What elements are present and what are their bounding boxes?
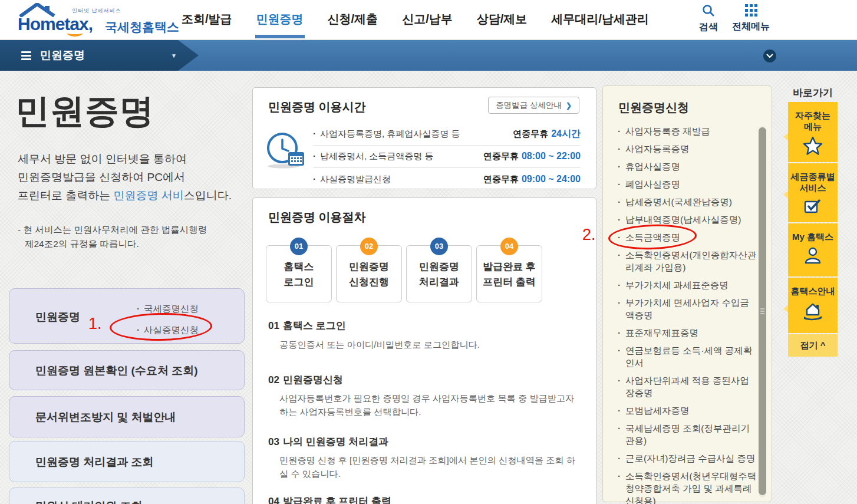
usage-time-title: 민원증명 이용시간 xyxy=(268,99,366,115)
step-card-apply: 02 민원증명신청진행 xyxy=(336,245,402,302)
legal-note: - 현 서비스는 민원사무처리에 관한 법률시행령 제24조2의 규정을 따릅니… xyxy=(18,223,207,251)
quickbar-item-hometax-guide[interactable]: 홈택스안내 xyxy=(788,278,838,333)
step-detail-body-3: 민원증명 신청 후 [민원증명 처리결과 조회]에서 본인의 신청내역을 조회 … xyxy=(279,453,581,480)
menu-group-title: 민원증명 xyxy=(35,309,80,325)
cert-list-scrollbar-track[interactable] xyxy=(759,126,766,498)
grid-menu-icon xyxy=(745,4,757,19)
cert-item-national-tax-cert-gov[interactable]: 국세납세증명 조회(정부관리기관용) xyxy=(617,422,757,447)
orange-swoosh-icon xyxy=(67,29,83,37)
step-number-badge: 01 xyxy=(290,238,308,255)
quickbar-title: 바로가기 xyxy=(788,86,838,100)
cert-list-scrollbar-thumb[interactable] xyxy=(759,127,766,495)
time-value: 24시간 xyxy=(551,129,581,139)
cert-application-panel: 민원증명신청 사업자등록증 재발급 사업자등록증명 휴업사실증명 폐업사실증명 … xyxy=(602,85,772,502)
cert-panel-title: 민원증명신청 xyxy=(618,100,689,116)
section-title: 민원증명 xyxy=(40,48,85,63)
procedure-panel: 민원증명 이용절차 01 홈택스로그인 02 민원증명신청진행 03 민원증명처… xyxy=(252,197,596,504)
step-number-badge: 04 xyxy=(500,238,518,255)
step-detail-heading-2: 02민원증명신청 xyxy=(268,373,343,387)
usage-time-row: 사업자등록증명, 휴폐업사실증명 등 연중무휴24시간 xyxy=(313,123,581,146)
step-number-badge: 02 xyxy=(360,238,378,255)
cert-item-standard-financial-statement[interactable]: 표준재무제표증명 xyxy=(617,327,757,339)
quickbar-item-my-hometax[interactable]: My 홈택스 xyxy=(788,223,838,276)
cert-item-earned-income-subsidy[interactable]: 근로(자녀)장려금 수급사실 증명 xyxy=(617,452,757,465)
procedure-steps: 01 홈택스로그인 02 민원증명신청진행 03 민원증명처리결과 04 발급완… xyxy=(266,245,542,302)
description-line-3: 프린터로 출력하는 민원증명 서비스입니다. xyxy=(18,186,232,205)
cert-item-business-reg-reissue[interactable]: 사업자등록증 재발급 xyxy=(617,125,757,137)
menu-box-processing-results[interactable]: 민원증명 처리결과 조회 xyxy=(9,441,245,482)
cert-item-payment-history[interactable]: 납부내역증명(납세사실증명) xyxy=(617,213,757,226)
global-nav: 조회/발급 민원증명 신청/제출 신고/납부 상담/제보 세무대리/납세관리 xyxy=(182,11,649,27)
cert-item-income-amount-cert[interactable]: 소득금액증명 xyxy=(617,231,757,243)
usage-time-row: 사실증명발급신청 연중무휴09:00 ~ 24:00 xyxy=(313,168,581,190)
nav-item-report-payment[interactable]: 신고/납부 xyxy=(402,11,453,27)
nav-item-consultation-report[interactable]: 상담/제보 xyxy=(477,11,528,27)
nav-item-application-submission[interactable]: 신청/제출 xyxy=(328,11,378,27)
hometax-logo[interactable]: 인터넷 납세서비스 Hometax, 국세청홈택스 xyxy=(15,1,180,39)
chevron-right-icon: ❯ xyxy=(566,101,572,110)
step-number-badge: 03 xyxy=(430,238,448,255)
person-icon xyxy=(788,246,838,266)
logo-site-name: 국세청홈택스 xyxy=(105,19,179,35)
cert-item-income-confirm-youth-housing[interactable]: 소득확인증명서(청년우대형주택청약종합저축 가입 및 과세특례 신청용) xyxy=(617,470,757,504)
legal-note-line-2: 제24조2의 규정을 따릅니다. xyxy=(18,237,207,251)
cert-item-business-closure[interactable]: 폐업사실증명 xyxy=(617,178,757,190)
nav-item-inquiry-issue[interactable]: 조회/발급 xyxy=(182,11,232,27)
usage-time-table: 사업자등록증명, 휴폐업사실증명 등 연중무휴24시간 납세증명서, 소득금액증… xyxy=(313,123,581,190)
usage-time-row: 납세증명서, 소득금액증명 등 연중무휴08:00 ~ 22:00 xyxy=(313,146,581,168)
step-detail-heading-4: 04발급완료 후 프린터 출력 xyxy=(268,495,391,504)
cert-item-vat-base-cert[interactable]: 부가가치세 과세표준증명 xyxy=(617,279,757,291)
nav-item-civil-certificates[interactable]: 민원증명 xyxy=(256,11,304,27)
header-utilities: 검색 전체메뉴 xyxy=(699,4,770,34)
search-icon xyxy=(702,4,715,19)
description-line-2: 민원증명발급을 신청하여 PC에서 xyxy=(18,168,232,186)
menu-box-waiting-count[interactable]: 민원실 대기인원 조회 xyxy=(9,487,245,504)
star-icon xyxy=(788,136,838,157)
all-menu-button[interactable]: 전체메뉴 xyxy=(732,4,770,34)
section-menu-dropdown[interactable]: 민원증명 ▼ xyxy=(0,40,199,71)
time-value: 08:00 ~ 22:00 xyxy=(522,151,581,161)
collapse-chevron-button[interactable] xyxy=(763,50,776,62)
annotation-step-1: 1. xyxy=(88,315,102,333)
menu-box-civil-certificates[interactable]: 민원증명 국세증명신청 사실증명신청 1. xyxy=(9,288,245,344)
description-line-1: 세무서 방문 없이 인터넷을 통하여 xyxy=(18,150,232,168)
step-card-result: 03 민원증명처리결과 xyxy=(406,245,472,302)
top-header: 인터넷 납세서비스 Hometax, 국세청홈택스 조회/발급 민원증명 신청/… xyxy=(0,0,857,40)
page: { "header": { "tagline": "인터넷 납세서비스", "b… xyxy=(0,0,857,504)
annotation-step-2: 2. xyxy=(582,226,596,244)
search-button[interactable]: 검색 xyxy=(699,4,718,34)
menu-box-forgery-prevention[interactable]: 문서위변조방지 및 처벌안내 xyxy=(9,396,245,437)
all-menu-label: 전체메뉴 xyxy=(732,21,770,33)
procedure-title: 민원증명 이용절차 xyxy=(268,209,366,225)
cert-item-vat-exempt-income[interactable]: 부가가치세 면세사업자 수입금액증명 xyxy=(617,297,757,321)
step-card-login: 01 홈택스로그인 xyxy=(266,245,332,302)
legal-note-line-1: - 현 서비스는 민원사무처리에 관한 법률시행령 xyxy=(18,223,207,237)
quickbar-collapse-button[interactable]: 접기 ^ xyxy=(788,334,838,357)
step-detail-heading-1: 01홈택스 로그인 xyxy=(268,319,346,332)
cert-item-tax-payment-cert[interactable]: 납세증명서(국세완납증명) xyxy=(617,196,757,208)
page-description: 세무서 방문 없이 인터넷을 통하여 민원증명발급을 신청하여 PC에서 프린터… xyxy=(18,150,232,205)
page-title: 민원증명 xyxy=(15,88,154,134)
cert-item-income-confirm-isa[interactable]: 소득확인증명서(개인종합자산관리계좌 가입용) xyxy=(617,249,757,274)
step-detail-body-1: 공동인증서 또는 아이디/비밀번호로 로그인합니다. xyxy=(279,338,581,351)
quickbar-item-frequent-menu[interactable]: 자주찾는메뉴 xyxy=(788,102,838,162)
cert-item-exemplary-taxpayer[interactable]: 모범납세자증명 xyxy=(617,404,757,417)
time-value: 09:00 ~ 24:00 xyxy=(522,174,581,184)
hamburger-icon xyxy=(21,51,31,60)
cert-item-business-suspension[interactable]: 휴업사실증명 xyxy=(617,160,757,173)
quickbar-item-tax-type-services[interactable]: 세금종류별서비스 xyxy=(788,163,838,222)
cert-item-business-unit-taxation[interactable]: 사업자단위과세 적용 종된사업장증명 xyxy=(617,374,757,399)
house-icon xyxy=(788,301,838,323)
step-card-print: 04 발급완료 후프린터 출력 xyxy=(476,245,542,302)
nav-item-tax-agent[interactable]: 세무대리/납세관리 xyxy=(551,11,649,27)
cert-item-pension-deduction-confirm[interactable]: 연금보험료등 소득·세액 공제확인서 xyxy=(617,344,757,369)
issuance-detail-guide-button[interactable]: 증명발급 상세안내❯ xyxy=(488,97,579,114)
section-breadcrumb-bar: 민원증명 ▼ xyxy=(0,40,857,71)
search-label: 검색 xyxy=(699,21,718,34)
cert-list: 사업자등록증 재발급 사업자등록증명 휴업사실증명 폐업사실증명 납세증명서(국… xyxy=(617,125,757,504)
caret-down-icon: ▼ xyxy=(171,52,177,59)
step-detail-heading-3: 03나의 민원증명 처리결과 xyxy=(268,435,388,449)
menu-box-original-verification[interactable]: 민원증명 원본확인 (수요처 조회) xyxy=(9,350,245,390)
step-detail-body-2: 사업자등록번호가 필요한 증명일 경우 사업자등록번호 목록 중 발급받고자 하… xyxy=(279,391,581,419)
cert-item-business-reg-cert[interactable]: 사업자등록증명 xyxy=(617,143,757,155)
